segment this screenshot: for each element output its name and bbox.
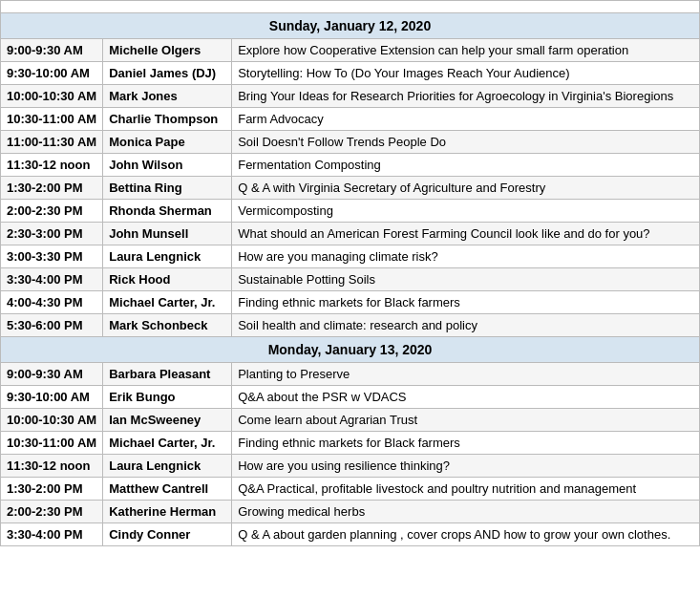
time-cell: 9:00-9:30 AM <box>1 363 103 386</box>
time-cell: 9:30-10:00 AM <box>1 62 103 85</box>
time-cell: 10:30-11:00 AM <box>1 432 103 455</box>
session-topic: Growing medical herbs <box>232 501 700 523</box>
table-row: 9:30-10:00 AMErik BungoQ&A about the PSR… <box>1 386 700 409</box>
session-topic: Q & A about garden planning , cover crop… <box>232 523 700 546</box>
session-topic: Finding ethnic markets for Black farmers <box>232 291 700 314</box>
speaker-name: Ian McSweeney <box>103 409 232 432</box>
speaker-name: Bettina Ring <box>103 177 232 200</box>
table-row: 3:30-4:00 PMCindy ConnerQ & A about gard… <box>1 523 700 546</box>
table-row: 9:30-10:00 AMDaniel James (DJ)Storytelli… <box>1 62 700 85</box>
session-topic: Vermicomposting <box>232 200 700 223</box>
speaker-name: Laura Lengnick <box>103 245 232 268</box>
session-topic: Bring Your Ideas for Research Priorities… <box>232 85 700 108</box>
speaker-name: Michael Carter, Jr. <box>103 291 232 314</box>
session-topic: Soil health and climate: research and po… <box>232 314 700 337</box>
table-row: 10:30-11:00 AMMichael Carter, Jr.Finding… <box>1 432 700 455</box>
session-topic: How are you using resilience thinking? <box>232 455 700 478</box>
table-row: 1:30-2:00 PMBettina RingQ & A with Virgi… <box>1 177 700 200</box>
title-row <box>1 1 700 13</box>
table-row: 10:00-10:30 AMMark JonesBring Your Ideas… <box>1 85 700 108</box>
speaker-name: Mark Schonbeck <box>103 314 232 337</box>
speaker-name: Laura Lengnick <box>103 455 232 478</box>
table-row: 9:00-9:30 AMMichelle OlgersExplore how C… <box>1 39 700 62</box>
speaker-name: Rhonda Sherman <box>103 200 232 223</box>
session-topic: Fermentation Composting <box>232 154 700 177</box>
table-row: 2:00-2:30 PMRhonda ShermanVermicompostin… <box>1 200 700 223</box>
speaker-name: Michael Carter, Jr. <box>103 432 232 455</box>
speaker-name: Charlie Thompson <box>103 108 232 131</box>
time-cell: 2:30-3:00 PM <box>1 223 103 245</box>
speaker-name: John Wilson <box>103 154 232 177</box>
session-topic: Soil Doesn't Follow Trends People Do <box>232 131 700 154</box>
time-cell: 10:00-10:30 AM <box>1 409 103 432</box>
speaker-name: Katherine Herman <box>103 501 232 523</box>
speaker-name: Barbara Pleasant <box>103 363 232 386</box>
session-topic: Come learn about Agrarian Trust <box>232 409 700 432</box>
session-topic: Q&A about the PSR w VDACS <box>232 386 700 409</box>
time-cell: 9:00-9:30 AM <box>1 39 103 62</box>
speaker-name: Michelle Olgers <box>103 39 232 62</box>
speaker-name: Cindy Conner <box>103 523 232 546</box>
session-topic: Q & A with Virginia Secretary of Agricul… <box>232 177 700 200</box>
day-label: Sunday, January 12, 2020 <box>1 13 700 39</box>
session-topic: Farm Advocacy <box>232 108 700 131</box>
session-topic: Explore how Cooperative Extension can he… <box>232 39 700 62</box>
session-topic: Planting to Preserve <box>232 363 700 386</box>
table-row: 10:30-11:00 AMCharlie ThompsonFarm Advoc… <box>1 108 700 131</box>
session-topic: How are you managing climate risk? <box>232 245 700 268</box>
page-title <box>1 1 700 13</box>
speaker-name: Erik Bungo <box>103 386 232 409</box>
time-cell: 3:30-4:00 PM <box>1 268 103 291</box>
schedule-table: Sunday, January 12, 20209:00-9:30 AMMich… <box>0 0 700 546</box>
table-row: 3:00-3:30 PMLaura LengnickHow are you ma… <box>1 245 700 268</box>
time-cell: 10:00-10:30 AM <box>1 85 103 108</box>
table-row: 3:30-4:00 PMRick HoodSustainable Potting… <box>1 268 700 291</box>
table-row: 11:30-12 noonJohn WilsonFermentation Com… <box>1 154 700 177</box>
time-cell: 5:30-6:00 PM <box>1 314 103 337</box>
table-row: 5:30-6:00 PMMark SchonbeckSoil health an… <box>1 314 700 337</box>
session-topic: Q&A Practical, profitable livestock and … <box>232 478 700 501</box>
table-row: 2:30-3:00 PMJohn MunsellWhat should an A… <box>1 223 700 245</box>
time-cell: 3:30-4:00 PM <box>1 523 103 546</box>
table-row: 10:00-10:30 AMIan McSweeneyCome learn ab… <box>1 409 700 432</box>
session-topic: What should an American Forest Farming C… <box>232 223 700 245</box>
time-cell: 11:30-12 noon <box>1 154 103 177</box>
time-cell: 1:30-2:00 PM <box>1 177 103 200</box>
speaker-name: Monica Pape <box>103 131 232 154</box>
table-row: 11:30-12 noonLaura LengnickHow are you u… <box>1 455 700 478</box>
speaker-name: John Munsell <box>103 223 232 245</box>
table-row: 1:30-2:00 PMMatthew CantrellQ&A Practica… <box>1 478 700 501</box>
time-cell: 4:00-4:30 PM <box>1 291 103 314</box>
session-topic: Sustainable Potting Soils <box>232 268 700 291</box>
time-cell: 2:00-2:30 PM <box>1 200 103 223</box>
time-cell: 9:30-10:00 AM <box>1 386 103 409</box>
time-cell: 1:30-2:00 PM <box>1 478 103 501</box>
time-cell: 10:30-11:00 AM <box>1 108 103 131</box>
speaker-name: Daniel James (DJ) <box>103 62 232 85</box>
day-label: Monday, January 13, 2020 <box>1 337 700 363</box>
session-topic: Storytelling: How To (Do Your Images Rea… <box>232 62 700 85</box>
time-cell: 3:00-3:30 PM <box>1 245 103 268</box>
time-cell: 11:30-12 noon <box>1 455 103 478</box>
time-cell: 11:00-11:30 AM <box>1 131 103 154</box>
session-topic: Finding ethnic markets for Black farmers <box>232 432 700 455</box>
day-header-row: Sunday, January 12, 2020 <box>1 13 700 39</box>
table-row: 9:00-9:30 AMBarbara PleasantPlanting to … <box>1 363 700 386</box>
table-row: 4:00-4:30 PMMichael Carter, Jr.Finding e… <box>1 291 700 314</box>
speaker-name: Mark Jones <box>103 85 232 108</box>
table-row: 2:00-2:30 PMKatherine HermanGrowing medi… <box>1 501 700 523</box>
day-header-row: Monday, January 13, 2020 <box>1 337 700 363</box>
speaker-name: Matthew Cantrell <box>103 478 232 501</box>
table-row: 11:00-11:30 AMMonica PapeSoil Doesn't Fo… <box>1 131 700 154</box>
speaker-name: Rick Hood <box>103 268 232 291</box>
time-cell: 2:00-2:30 PM <box>1 501 103 523</box>
